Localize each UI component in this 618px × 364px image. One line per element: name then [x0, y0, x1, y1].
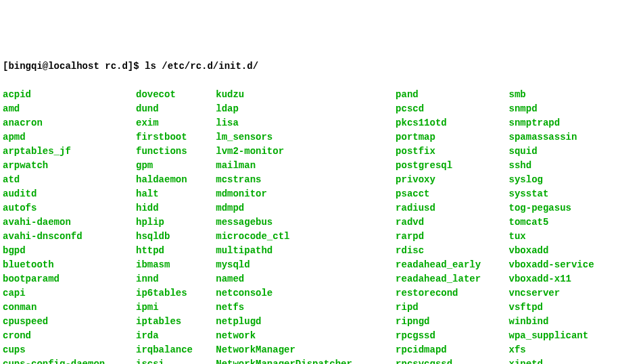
file-entry: auditd — [3, 187, 129, 201]
file-entry: rdisc — [396, 244, 502, 258]
file-entry: mdmonitor — [216, 187, 389, 201]
file-entry: amd — [3, 102, 129, 116]
column-5: smbsnmpdsnmptrapdspamassassinsquidsshdsy… — [509, 88, 615, 364]
file-entry: privoxy — [396, 173, 502, 187]
file-entry: gpm — [136, 159, 209, 173]
ls-output: acpidamdanacronapmdarptables_jfarpwatcha… — [3, 88, 615, 364]
column-4: pandpcscdpkcs11otdportmappostfixpostgres… — [396, 88, 502, 364]
file-entry: dund — [136, 102, 209, 116]
file-entry: hplip — [136, 215, 209, 230]
file-entry: innd — [136, 272, 209, 286]
file-entry: autofs — [3, 201, 129, 215]
file-entry: atd — [3, 173, 129, 187]
file-entry: dovecot — [136, 88, 209, 102]
file-entry: anacron — [3, 116, 129, 130]
file-entry: exim — [136, 116, 209, 130]
column-1: acpidamdanacronapmdarptables_jfarpwatcha… — [3, 88, 129, 364]
file-entry: snmpd — [509, 102, 615, 116]
file-entry: pand — [396, 88, 502, 102]
file-entry: avahi-dnsconfd — [3, 230, 129, 244]
file-entry: cups-config-daemon — [3, 357, 129, 364]
file-entry: mailman — [216, 159, 389, 173]
file-entry: netplugd — [216, 315, 389, 329]
file-entry: pkcs11otd — [396, 116, 502, 130]
file-entry: portmap — [396, 130, 502, 145]
file-entry: crond — [3, 329, 129, 343]
file-entry: pcscd — [396, 102, 502, 116]
file-entry: iptables — [136, 315, 209, 329]
file-entry: capi — [3, 286, 129, 301]
file-entry: radiusd — [396, 201, 502, 215]
file-entry: lm_sensors — [216, 130, 389, 145]
file-entry: netconsole — [216, 286, 389, 301]
file-entry: multipathd — [216, 244, 389, 258]
file-entry: irqbalance — [136, 343, 209, 357]
shell-prompt: [bingqi@localhost rc.d]$ ls /etc/rc.d/in… — [3, 59, 615, 74]
file-entry: firstboot — [136, 130, 209, 145]
file-entry: lisa — [216, 116, 389, 130]
file-entry: postfix — [396, 145, 502, 159]
file-entry: irda — [136, 329, 209, 343]
file-entry: tux — [509, 230, 615, 244]
file-entry: haldaemon — [136, 173, 209, 187]
file-entry: arpwatch — [3, 159, 129, 173]
file-entry: cups — [3, 343, 129, 357]
file-entry: bootparamd — [3, 272, 129, 286]
column-2: dovecotdundeximfirstbootfunctionsgpmhald… — [136, 88, 209, 364]
file-entry: ldap — [216, 102, 389, 116]
file-entry: squid — [509, 145, 615, 159]
file-entry: winbind — [509, 315, 615, 329]
file-entry: rarpd — [396, 230, 502, 244]
file-entry: hidd — [136, 201, 209, 215]
file-entry: ipmi — [136, 301, 209, 315]
file-entry: rpcsvcgssd — [396, 357, 502, 364]
file-entry: httpd — [136, 244, 209, 258]
file-entry: rpcidmapd — [396, 343, 502, 357]
file-entry: radvd — [396, 215, 502, 230]
file-entry: readahead_early — [396, 258, 502, 272]
file-entry: readahead_later — [396, 272, 502, 286]
file-entry: messagebus — [216, 215, 389, 230]
file-entry: vncserver — [509, 286, 615, 301]
file-entry: network — [216, 329, 389, 343]
file-entry: netfs — [216, 301, 389, 315]
file-entry: tomcat5 — [509, 215, 615, 230]
file-entry: vboxadd-x11 — [509, 272, 615, 286]
file-entry: avahi-daemon — [3, 215, 129, 230]
file-entry: vboxadd — [509, 244, 615, 258]
file-entry: ripngd — [396, 315, 502, 329]
file-entry: NetworkManager — [216, 343, 389, 357]
file-entry: psacct — [396, 187, 502, 201]
file-entry: tog-pegasus — [509, 201, 615, 215]
file-entry: sysstat — [509, 187, 615, 201]
file-entry: functions — [136, 145, 209, 159]
file-entry: lvm2-monitor — [216, 145, 389, 159]
file-entry: named — [216, 272, 389, 286]
file-entry: bgpd — [3, 244, 129, 258]
file-entry: mcstrans — [216, 173, 389, 187]
file-entry: microcode_ctl — [216, 230, 389, 244]
file-entry: NetworkManagerDispatcher — [216, 357, 389, 364]
file-entry: hsqldb — [136, 230, 209, 244]
file-entry: snmptrapd — [509, 116, 615, 130]
file-entry: ip6tables — [136, 286, 209, 301]
file-entry: xfs — [509, 343, 615, 357]
file-entry: sshd — [509, 159, 615, 173]
file-entry: restorecond — [396, 286, 502, 301]
file-entry: postgresql — [396, 159, 502, 173]
file-entry: syslog — [509, 173, 615, 187]
file-entry: ibmasm — [136, 258, 209, 272]
file-entry: cpuspeed — [3, 315, 129, 329]
file-entry: iscsi — [136, 357, 209, 364]
file-entry: conman — [3, 301, 129, 315]
file-entry: rpcgssd — [396, 329, 502, 343]
column-3: kudzuldaplisalm_sensorslvm2-monitormailm… — [216, 88, 389, 364]
file-entry: vsftpd — [509, 301, 615, 315]
file-entry: bluetooth — [3, 258, 129, 272]
file-entry: xinetd — [509, 357, 615, 364]
file-entry: mdmpd — [216, 201, 389, 215]
file-entry: acpid — [3, 88, 129, 102]
file-entry: apmd — [3, 130, 129, 145]
file-entry: wpa_supplicant — [509, 329, 615, 343]
file-entry: halt — [136, 187, 209, 201]
